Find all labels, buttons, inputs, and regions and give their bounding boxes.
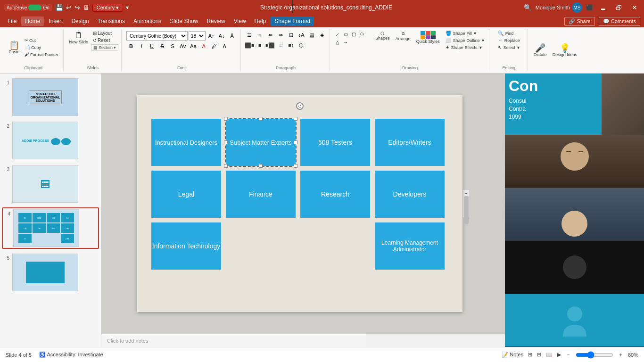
menu-slideshow[interactable]: Slide Show bbox=[166, 16, 202, 26]
zoom-slider[interactable] bbox=[576, 351, 613, 359]
shape-effects-button[interactable]: ✦ Shape Effects▾ bbox=[444, 44, 486, 50]
normal-view-btn[interactable]: ⊞ bbox=[528, 352, 532, 358]
shape-rounded[interactable]: ▢ bbox=[350, 30, 357, 38]
section-button[interactable]: ▦ Section▾ bbox=[91, 44, 118, 51]
handle-tl[interactable] bbox=[224, 117, 228, 121]
box-instructional-designers[interactable]: Instructional Designers bbox=[151, 119, 221, 166]
reset-button[interactable]: ↺ Reset bbox=[91, 37, 118, 43]
copy-button[interactable]: 📄Copy bbox=[23, 44, 60, 50]
slide-sorter-btn[interactable]: ⊟ bbox=[537, 352, 541, 358]
underline-button[interactable]: U bbox=[147, 41, 157, 51]
layout-button[interactable]: ⊞ Layout bbox=[91, 30, 118, 36]
font-color2-button[interactable]: A bbox=[220, 41, 229, 51]
line-spacing-button[interactable]: ≡↕ bbox=[286, 41, 296, 50]
clear-format-button[interactable]: Ā bbox=[227, 31, 237, 41]
columns-button[interactable]: ⊟ bbox=[286, 30, 296, 40]
ribbon-display-icon[interactable]: ⬛ bbox=[586, 4, 593, 11]
slide-canvas[interactable]: ↺ Instructional Designers Subject Matter… bbox=[137, 95, 462, 312]
restore-button[interactable]: 🗗 bbox=[613, 4, 625, 11]
box-learning-management[interactable]: Learning Management Administrator bbox=[375, 222, 445, 270]
presenter-view-btn[interactable]: ▶ bbox=[557, 352, 561, 358]
handle-bc[interactable] bbox=[259, 164, 263, 168]
para-expand-button[interactable]: ⬡ bbox=[297, 41, 306, 50]
rotation-handle[interactable]: ↺ bbox=[296, 102, 304, 110]
scroll-up-arrow[interactable]: ▲ bbox=[463, 190, 469, 196]
scroll-thumb[interactable] bbox=[464, 196, 469, 224]
menu-insert[interactable]: Insert bbox=[45, 16, 66, 26]
zoom-percent[interactable]: 80% bbox=[628, 352, 638, 358]
shape-arrow[interactable]: → bbox=[342, 38, 349, 46]
handle-tc[interactable] bbox=[259, 117, 263, 121]
slide-panel[interactable]: 1 STRATEGICORGANIZATIONALSOLUTIONS 2 ADD… bbox=[0, 74, 101, 347]
font-shrink-button[interactable]: A↓ bbox=[217, 31, 226, 41]
align-right-button[interactable]: ≡⬛ bbox=[265, 41, 275, 50]
handle-tr[interactable] bbox=[294, 117, 297, 121]
menu-design[interactable]: Design bbox=[67, 16, 92, 26]
shadow-button[interactable]: S bbox=[168, 41, 177, 51]
save-icon[interactable]: 💾 bbox=[55, 4, 63, 11]
handle-br[interactable] bbox=[294, 164, 297, 168]
menu-animations[interactable]: Animations bbox=[130, 16, 165, 26]
font-size-select[interactable]: 18 bbox=[189, 31, 206, 41]
change-case-button[interactable]: Aa bbox=[189, 41, 198, 51]
autosave-button[interactable]: AutoSave On bbox=[4, 4, 52, 11]
box-subject-matter-experts[interactable]: Subject Matter Experts bbox=[226, 119, 296, 166]
new-slide-button[interactable]: 🗒 New Slide bbox=[67, 30, 91, 45]
align-left-button[interactable]: ⬛≡ bbox=[245, 41, 254, 50]
increase-indent-button[interactable]: ⇒ bbox=[276, 30, 285, 40]
close-button[interactable]: ✕ bbox=[629, 4, 640, 11]
presentation-icon[interactable]: 🖥 bbox=[83, 4, 90, 11]
design-ideas-button[interactable]: 💡 Design Ideas bbox=[551, 43, 579, 58]
smartart-button[interactable]: ◈ bbox=[317, 30, 327, 40]
arrange-button[interactable]: ⧉ Arrange bbox=[394, 30, 413, 42]
slide-thumb-5[interactable]: 5 bbox=[2, 253, 99, 292]
notes-btn[interactable]: 📝 Notes bbox=[502, 352, 523, 358]
shape-line[interactable]: ⟋ bbox=[334, 30, 341, 38]
char-spacing-button[interactable]: AV bbox=[178, 41, 188, 51]
menu-shape-format[interactable]: Shape Format bbox=[271, 16, 314, 26]
menu-file[interactable]: File bbox=[4, 16, 20, 26]
font-family-select[interactable]: Century Gothic (Body) bbox=[126, 31, 188, 41]
reading-view-btn[interactable]: 📖 bbox=[546, 352, 553, 358]
slide-thumb-2[interactable]: 2 ADDIE PROCESS bbox=[2, 121, 99, 160]
align-center-button[interactable]: ≡ bbox=[255, 41, 264, 50]
redo-icon[interactable]: ↪ bbox=[74, 4, 80, 11]
shape-triangle[interactable]: △ bbox=[334, 38, 341, 46]
box-508-testers[interactable]: 508 Testers bbox=[300, 119, 370, 166]
handle-mr[interactable] bbox=[294, 140, 297, 144]
find-button[interactable]: 🔍 Find bbox=[496, 30, 522, 36]
menu-transitions[interactable]: Transitions bbox=[94, 16, 129, 26]
shape-rect[interactable]: ▭ bbox=[342, 30, 349, 38]
format-painter-button[interactable]: 🖌Format Painter bbox=[23, 51, 60, 58]
box-developers[interactable]: Developers bbox=[375, 171, 445, 218]
notes-bar[interactable]: Click to add notes bbox=[101, 334, 366, 347]
box-legal[interactable]: Legal bbox=[151, 171, 221, 218]
menu-review[interactable]: Review bbox=[203, 16, 229, 26]
text-direction-button[interactable]: ↕A bbox=[297, 30, 306, 40]
handle-ml[interactable] bbox=[224, 140, 228, 144]
align-text-button[interactable]: ▤ bbox=[307, 30, 316, 40]
slide-thumb-3[interactable]: 3 ■■■■ ■■■■ bbox=[2, 164, 99, 204]
zoom-out-btn[interactable]: － bbox=[566, 351, 571, 358]
menu-home[interactable]: Home bbox=[21, 16, 44, 26]
paste-button[interactable]: 📋 Paste bbox=[7, 40, 22, 55]
bullets-button[interactable]: ☰ bbox=[245, 30, 254, 40]
minimize-button[interactable]: 🗕 bbox=[597, 4, 609, 11]
box-information-technology[interactable]: Information Technology bbox=[151, 222, 221, 270]
font-color-button[interactable]: A bbox=[199, 41, 208, 51]
highlight-button[interactable]: 🖊 bbox=[209, 41, 219, 51]
box-editors-writers[interactable]: Editors/Writers bbox=[375, 119, 445, 166]
shape-outline-button[interactable]: ⬜ Shape Outline▾ bbox=[444, 37, 486, 43]
shape-oval[interactable]: ⬭ bbox=[358, 30, 365, 38]
slide-thumb-4[interactable]: 4 ID SME 508 Ed Leg Fin Res Dev IT LMA bbox=[2, 207, 99, 249]
right-scrollbar[interactable]: ▲ ↑ ↓ ▼ bbox=[462, 190, 469, 217]
comments-button[interactable]: 💬 Comments bbox=[599, 17, 640, 26]
font-grow-button[interactable]: A↑ bbox=[206, 31, 216, 41]
share-button[interactable]: 🔗 Share bbox=[564, 17, 594, 26]
box-research[interactable]: Research bbox=[300, 171, 370, 218]
file-name-btn[interactable]: Century ▾ bbox=[92, 4, 124, 12]
quick-styles-button[interactable]: Quick Styles bbox=[414, 30, 442, 45]
box-finance[interactable]: Finance bbox=[226, 171, 296, 218]
numbering-button[interactable]: ≡ bbox=[255, 30, 264, 40]
select-button[interactable]: ↖ Select▾ bbox=[496, 44, 522, 50]
